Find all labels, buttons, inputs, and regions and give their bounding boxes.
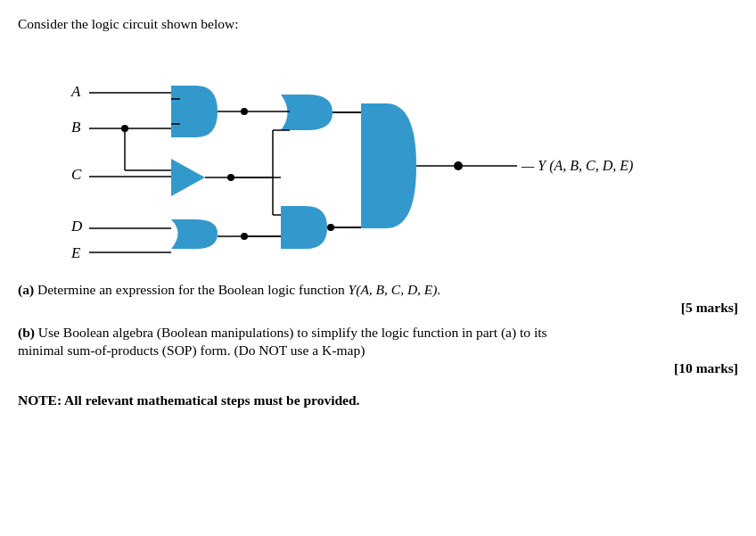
svg-point-24 (241, 233, 248, 240)
question-b-text1: Use Boolean algebra (Boolean manipulatio… (35, 325, 547, 340)
svg-point-30 (327, 224, 334, 231)
intro-text: Consider the logic circuit shown below: (18, 16, 738, 32)
svg-point-39 (121, 125, 128, 132)
svg-text:B: B (71, 119, 81, 136)
svg-point-10 (241, 108, 248, 115)
question-b-label: (b) (18, 325, 35, 340)
svg-text:A: A (70, 83, 81, 100)
question-a: (a) Determine an expression for the Bool… (18, 282, 738, 298)
output-label: — Y (A, B, C, D, E) (521, 158, 633, 174)
question-a-marks: [5 marks] (18, 300, 738, 316)
question-a-func: Y(A, B, C, D, E). (349, 282, 441, 297)
svg-point-35 (454, 161, 463, 170)
svg-text:E: E (70, 244, 81, 261)
svg-text:C: C (71, 166, 82, 183)
question-b: (b) Use Boolean algebra (Boolean manipul… (18, 325, 738, 341)
question-b-marks: [10 marks] (18, 360, 738, 376)
question-a-label: (a) (18, 282, 34, 297)
svg-text:D: D (70, 218, 83, 235)
note-text: NOTE: All relevant mathematical steps mu… (18, 392, 359, 408)
circuit-diagram: .gate-fill { fill: #3399cc; } .wire { st… (45, 41, 686, 273)
svg-point-14 (227, 174, 234, 181)
question-a-text: Determine an expression for the Boolean … (34, 282, 349, 297)
question-b-line2: minimal sum-of-products (SOP) form. (Do … (18, 342, 738, 359)
note-line: NOTE: All relevant mathematical steps mu… (18, 392, 738, 408)
